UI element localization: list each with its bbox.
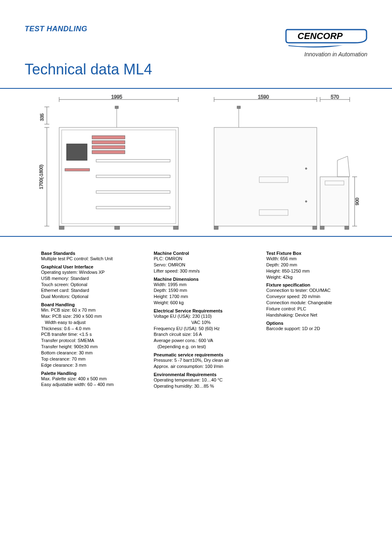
svg-text:1700(-1800): 1700(-1800): [39, 164, 44, 189]
svg-point-48: [305, 201, 307, 202]
svg-text:570: 570: [330, 95, 339, 100]
spec-line: Width easy to adjust: [41, 319, 142, 326]
spec-line: Barcode support: 1D or 2D: [266, 326, 367, 332]
spec-section-title: Fixture specification: [266, 282, 367, 287]
spec-section-body: Min. PCB size: 60 x 70 mmMax: PCB size: …: [41, 307, 142, 368]
spec-line: Multiple test PC control: Switch Unit: [41, 256, 142, 262]
page-title: Technical data ML4: [25, 61, 367, 78]
technical-drawings: 1995 335 1700(-1800): [25, 95, 367, 230]
svg-text:900: 900: [355, 198, 360, 205]
spec-line: Lifter speed: 300 mm/s: [154, 268, 255, 274]
spec-line: Weight: 600 kg: [154, 300, 255, 306]
spec-line: Handshaking: Device Net: [266, 312, 367, 318]
spec-section-title: Machine Control: [154, 251, 255, 256]
spec-section-body: Voltage EU (USA): 230 (110) VAC 10%Frequ…: [154, 313, 255, 350]
spec-line: Easy adjustable width: 60 – 400 mm: [41, 382, 142, 388]
spec-line: Connection to tester: ODU/MAC: [266, 287, 367, 294]
spec-line: Depth: 1590 mm: [154, 287, 255, 294]
spec-line: Width: 1995 mm: [154, 282, 255, 288]
svg-rect-26: [65, 169, 90, 171]
svg-rect-27: [59, 226, 64, 229]
spec-line: Connection module: Changeable: [266, 300, 367, 306]
svg-rect-20: [92, 150, 125, 154]
brand-logo-block: CENCORP Innovation in Automation: [285, 25, 367, 58]
specs-col-1: Base StandardsMultiple test PC control: …: [41, 248, 142, 391]
svg-rect-17: [92, 136, 125, 139]
spec-line: Edge clearance: 3 mm: [41, 362, 142, 368]
svg-text:335: 335: [39, 113, 44, 121]
svg-text:1995: 1995: [111, 95, 122, 100]
spec-line: Top clearance: 70 mm: [41, 356, 142, 362]
spec-section-body: Connection to tester: ODU/MACConveyor sp…: [266, 287, 367, 318]
spec-line: Max: PCB size: 290 x 500 mm: [41, 313, 142, 319]
spec-line: Frequency EU (USA): 50 (60) Hz: [154, 326, 255, 332]
category-label: TEST HANDLING: [25, 25, 88, 33]
spec-line: Pressure: 5 -7 bar±10%, Dry clean air: [154, 357, 255, 363]
spec-line: Width: 656 mm: [266, 256, 367, 262]
spec-line: Bottom clearance: 30 mm: [41, 350, 142, 356]
spec-line: Weight: 42kg: [266, 274, 367, 280]
svg-rect-18: [92, 141, 125, 144]
spec-line: Depth: 200 mm: [266, 262, 367, 268]
svg-rect-21: [67, 144, 87, 160]
spec-section-title: Options: [266, 321, 367, 326]
spec-line: PLC: OMRON: [154, 256, 255, 262]
svg-rect-22: [96, 160, 170, 162]
divider-top: [0, 88, 392, 89]
spec-section-body: Width: 656 mmDepth: 200 mmHeight: 850-12…: [266, 256, 367, 280]
svg-rect-28: [173, 226, 178, 229]
svg-rect-29: [115, 226, 120, 229]
spec-line: VAC 10%: [154, 319, 255, 326]
spec-line: Voltage EU (USA): 230 (110): [154, 313, 255, 319]
svg-rect-54: [345, 226, 349, 229]
spec-section-body: Pressure: 5 -7 bar±10%, Dry clean airApp…: [154, 357, 255, 370]
specs-columns: Base StandardsMultiple test PC control: …: [25, 248, 367, 391]
spec-line: Height: 1700 mm: [154, 294, 255, 300]
spec-line: Touch screen: Optional: [41, 282, 142, 288]
svg-rect-44: [237, 106, 240, 109]
header: TEST HANDLING CENCORP Innovation in Auto…: [25, 25, 367, 58]
svg-rect-53: [320, 226, 324, 229]
spec-section-title: Pneumatic service requirements: [154, 352, 255, 357]
svg-rect-19: [92, 146, 125, 149]
spec-section-body: Width: 1995 mmDepth: 1590 mmHeight: 1700…: [154, 282, 255, 306]
spec-section-title: Test Fixture Box: [266, 251, 367, 256]
spec-line: Approx. air consumption: 100 l/min: [154, 363, 255, 370]
svg-rect-24: [96, 191, 170, 193]
spec-line: Min. PCB size: 60 x 70 mm: [41, 307, 142, 313]
spec-line: Height: 850-1250 mm: [266, 268, 367, 274]
spec-section-body: Operating system: Windows XPUSB memory: …: [41, 269, 142, 300]
spec-section-body: Barcode support: 1D or 2D: [266, 326, 367, 332]
spec-line: Branch circuit size: 16 A: [154, 331, 255, 338]
side-view-drawing: 1590 570 900: [200, 95, 367, 230]
spec-line: Operating temperature: 10…40 °C: [154, 377, 255, 383]
spec-section-body: PLC: OMRONServo: OMRONLifter speed: 300 …: [154, 256, 255, 274]
svg-rect-49: [320, 177, 349, 226]
spec-line: USB memory: Standard: [41, 275, 142, 282]
spec-section-title: Palette Handling: [41, 371, 142, 376]
spec-line: Average power cons.: 600 VA: [154, 338, 255, 344]
spec-line: Operating system: Windows XP: [41, 269, 142, 275]
front-view-drawing: 1995 335 1700(-1800): [25, 95, 192, 230]
svg-rect-16: [115, 106, 118, 109]
spec-section-body: Operating temperature: 10…40 °COperating…: [154, 377, 255, 389]
spec-section-title: Machine Dimensions: [154, 277, 255, 282]
svg-rect-23: [96, 175, 170, 178]
svg-rect-25: [96, 206, 170, 209]
spec-line: Ethernet card: Standard: [41, 287, 142, 294]
spec-line: Conveyor speed: 20 m/min: [266, 294, 367, 300]
spec-line: Transfer protocol: SMEMA: [41, 338, 142, 344]
divider-bottom: [0, 236, 392, 237]
spec-section-title: Graphical User Interface: [41, 264, 142, 269]
spec-section-title: Environmental Requirements: [154, 372, 255, 377]
spec-line: Transfer height: 900±30 mm: [41, 344, 142, 350]
svg-rect-51: [214, 226, 218, 229]
spec-section-title: Electrical Service Requirements: [154, 308, 255, 313]
spec-section-body: Max. Palette size: 400 x 500 mmEasy adju…: [41, 376, 142, 388]
svg-text:1590: 1590: [258, 95, 269, 100]
brand-tagline: Innovation in Automation: [285, 51, 367, 58]
spec-line: (Depending e.g. on test): [154, 344, 255, 350]
spec-line: Operating humidity: 30…85 %: [154, 383, 255, 389]
specs-col-2: Machine ControlPLC: OMRONServo: OMRONLif…: [154, 248, 255, 391]
spec-line: PCB transfer time: <1.5 s: [41, 331, 142, 338]
